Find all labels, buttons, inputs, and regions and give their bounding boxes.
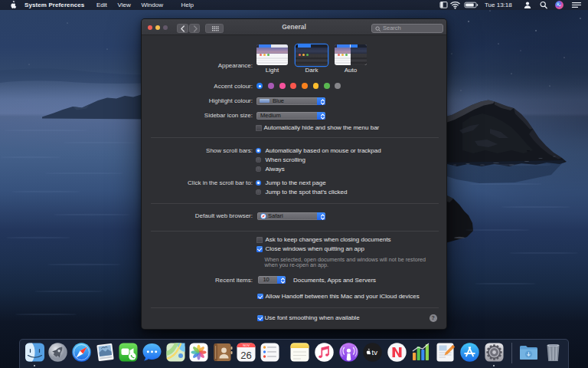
svg-text:26: 26 (240, 350, 251, 361)
svg-text:tv: tv (372, 348, 378, 356)
svg-text:NOV: NOV (243, 343, 250, 347)
